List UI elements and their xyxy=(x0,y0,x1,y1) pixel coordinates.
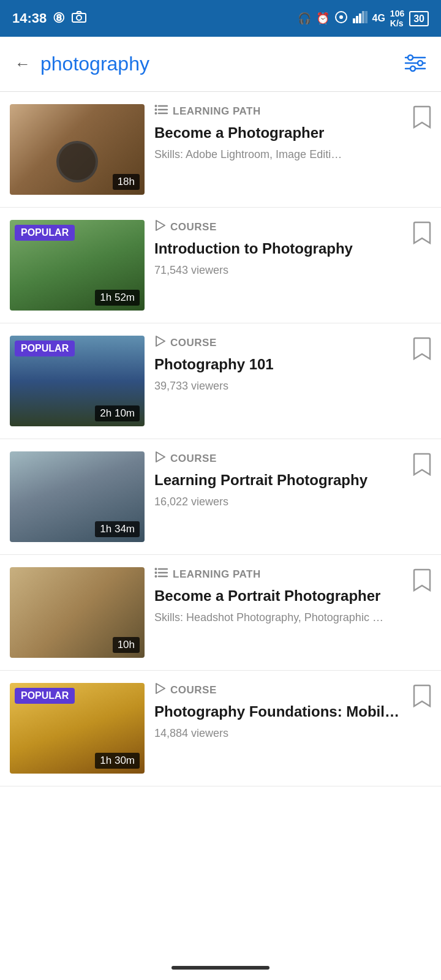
svg-marker-22 xyxy=(156,336,165,346)
status-time: 14:38 xyxy=(12,10,47,26)
filter-button[interactable] xyxy=(404,54,426,75)
status-icon-camera xyxy=(71,10,87,27)
list-item[interactable]: 10h LEARNING PATH Become a Portrait Phot… xyxy=(0,555,441,671)
popular-badge: POPULAR xyxy=(15,341,75,356)
duration-badge: 2h 10m xyxy=(95,405,140,421)
popular-badge: POPULAR xyxy=(15,688,75,704)
bookmark-button-intro-photography[interactable] xyxy=(413,221,431,247)
item-info-photography-foundations-mobile: COURSE Photography Foundations: Mobil… 1… xyxy=(154,683,407,774)
thumbnail-photography-101: POPULAR 2h 10m xyxy=(10,336,145,426)
status-bar: 14:38 ⑧ 🎧 ⏰ xyxy=(0,0,441,37)
duration-badge: 1h 52m xyxy=(95,290,140,306)
item-info-become-portrait-photographer: LEARNING PATH Become a Portrait Photogra… xyxy=(154,567,407,658)
thumbnail-learning-portrait: 1h 34m xyxy=(10,451,145,542)
bottom-bar xyxy=(0,956,441,980)
status-radio-icon xyxy=(334,10,348,27)
svg-point-27 xyxy=(155,568,157,570)
item-info-intro-photography: COURSE Introduction to Photography 71,54… xyxy=(154,220,407,311)
duration-badge: 1h 30m xyxy=(95,753,140,769)
back-button[interactable]: ← xyxy=(15,55,31,74)
bookmark-button-become-portrait-photographer[interactable] xyxy=(413,568,431,594)
svg-rect-8 xyxy=(365,11,368,23)
bookmark-button-learning-portrait[interactable] xyxy=(413,453,431,478)
battery-box: 30 xyxy=(409,11,429,26)
home-indicator xyxy=(172,966,270,970)
svg-point-28 xyxy=(155,571,157,574)
item-title: Learning Portrait Photography xyxy=(154,470,407,489)
thumbnail-become-photographer: 18h xyxy=(10,104,145,195)
type-icon-play xyxy=(154,220,165,234)
item-type-row: LEARNING PATH xyxy=(154,104,407,118)
bookmark-button-photography-foundations-mobile[interactable] xyxy=(413,684,431,710)
item-type-row: COURSE xyxy=(154,683,407,697)
item-type-label: COURSE xyxy=(170,337,217,349)
bookmark-button-become-photographer[interactable] xyxy=(413,105,431,131)
thumbnail-become-portrait-photographer: 10h xyxy=(10,567,145,658)
status-left: 14:38 ⑧ xyxy=(12,10,87,27)
list-item[interactable]: POPULAR 1h 52m COURSE Introduction to Ph… xyxy=(0,208,441,323)
svg-point-14 xyxy=(410,66,415,71)
battery-indicator: 30 xyxy=(409,12,429,25)
search-title: photography xyxy=(40,53,149,75)
item-title: Photography Foundations: Mobil… xyxy=(154,702,407,721)
thumbnail-photography-foundations-mobile: POPULAR 1h 30m xyxy=(10,683,145,774)
item-sub: 14,884 viewers xyxy=(154,726,407,741)
duration-badge: 10h xyxy=(113,637,140,653)
svg-rect-6 xyxy=(359,13,361,23)
item-title: Introduction to Photography xyxy=(154,239,407,258)
svg-marker-21 xyxy=(156,221,165,230)
item-sub: 16,022 viewers xyxy=(154,494,407,510)
bookmark-button-photography-101[interactable] xyxy=(413,337,431,363)
list-item[interactable]: POPULAR 1h 30m COURSE Photography Founda… xyxy=(0,671,441,786)
list-item[interactable]: 18h LEARNING PATH Become a Photographer … xyxy=(0,92,441,208)
popular-badge: POPULAR xyxy=(15,225,75,241)
duration-badge: 18h xyxy=(113,174,140,190)
item-type-row: COURSE xyxy=(154,220,407,234)
item-info-learning-portrait: COURSE Learning Portrait Photography 16,… xyxy=(154,451,407,542)
status-signal-icon xyxy=(353,11,368,26)
duration-badge: 1h 34m xyxy=(95,521,140,537)
svg-rect-4 xyxy=(353,18,355,23)
type-icon-play xyxy=(154,336,165,350)
type-icon-list xyxy=(154,567,168,581)
item-title: Become a Portrait Photographer xyxy=(154,586,407,605)
item-type-row: COURSE xyxy=(154,451,407,466)
item-type-label: COURSE xyxy=(170,453,217,465)
status-right: 🎧 ⏰ 4G 106K/s 30 xyxy=(298,9,429,28)
list-item[interactable]: POPULAR 2h 10m COURSE Photography 101 39… xyxy=(0,323,441,439)
type-icon-list xyxy=(154,104,168,118)
svg-rect-5 xyxy=(356,16,358,23)
header-left: ← photography xyxy=(15,53,149,75)
svg-marker-30 xyxy=(156,684,165,693)
status-speed: 106K/s xyxy=(390,9,404,28)
item-type-label: LEARNING PATH xyxy=(173,105,261,118)
type-icon-play xyxy=(154,683,165,697)
svg-rect-7 xyxy=(362,11,364,23)
svg-point-1 xyxy=(77,15,81,20)
item-info-become-photographer: LEARNING PATH Become a Photographer Skil… xyxy=(154,104,407,195)
svg-point-12 xyxy=(408,55,413,60)
svg-point-20 xyxy=(155,112,157,115)
item-sub: Skills: Headshot Photography, Photograph… xyxy=(154,610,407,625)
svg-point-13 xyxy=(418,61,423,66)
content-list: 18h LEARNING PATH Become a Photographer … xyxy=(0,92,441,786)
svg-point-3 xyxy=(339,15,343,19)
status-headphones-icon: 🎧 xyxy=(298,12,311,25)
svg-point-29 xyxy=(155,575,157,578)
status-4g-icon: 4G xyxy=(372,13,385,24)
item-sub: 71,543 viewers xyxy=(154,263,407,278)
item-info-photography-101: COURSE Photography 101 39,733 viewers xyxy=(154,336,407,426)
item-sub: 39,733 viewers xyxy=(154,379,407,394)
item-type-row: COURSE xyxy=(154,336,407,350)
list-item[interactable]: 1h 34m COURSE Learning Portrait Photogra… xyxy=(0,439,441,555)
item-title: Photography 101 xyxy=(154,355,407,374)
status-clock-icon: ⏰ xyxy=(316,12,330,25)
svg-marker-23 xyxy=(156,452,165,462)
item-type-label: LEARNING PATH xyxy=(173,568,261,581)
thumbnail-intro-photography: POPULAR 1h 52m xyxy=(10,220,145,311)
svg-point-19 xyxy=(155,108,157,111)
item-title: Become a Photographer xyxy=(154,123,407,142)
item-sub: Skills: Adobe Lightroom, Image Editi… xyxy=(154,147,407,162)
item-type-label: COURSE xyxy=(170,221,217,233)
status-icon-8: ⑧ xyxy=(53,10,65,26)
